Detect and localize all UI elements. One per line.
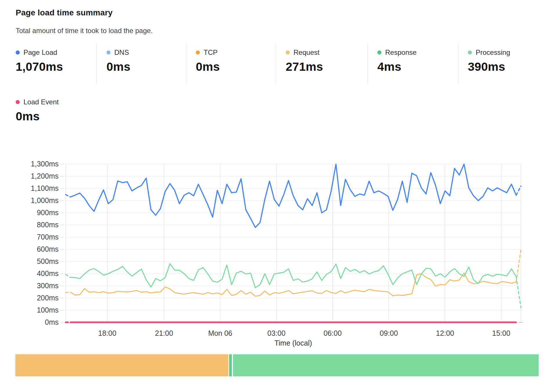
svg-text:600ms: 600ms bbox=[37, 245, 59, 253]
svg-text:800ms: 800ms bbox=[37, 221, 59, 229]
page-load-summary-panel: Page load time summary Total amount of t… bbox=[0, 0, 554, 392]
x-axis-labels: 18:0021:00Mon 0603:0006:0009:0012:0015:0… bbox=[98, 329, 510, 337]
x-axis-title: Time (local) bbox=[274, 339, 312, 347]
y-axis-labels: 0ms100ms200ms300ms400ms500ms600ms700ms80… bbox=[31, 160, 59, 326]
svg-text:06:00: 06:00 bbox=[324, 329, 342, 337]
x-gridlines bbox=[66, 164, 521, 322]
series-page-load-line bbox=[66, 164, 521, 227]
svg-text:1,200ms: 1,200ms bbox=[31, 172, 59, 180]
svg-text:09:00: 09:00 bbox=[380, 329, 398, 337]
bar-segment-response-share bbox=[229, 354, 232, 376]
svg-text:900ms: 900ms bbox=[37, 208, 59, 217]
bar-segment-request-share bbox=[15, 354, 228, 376]
svg-text:200ms: 200ms bbox=[37, 294, 59, 302]
svg-text:1,000ms: 1,000ms bbox=[31, 196, 59, 204]
svg-text:18:00: 18:00 bbox=[98, 329, 117, 337]
svg-text:Mon 06: Mon 06 bbox=[208, 329, 232, 337]
svg-text:21:00: 21:00 bbox=[155, 329, 173, 337]
svg-text:0ms: 0ms bbox=[45, 318, 59, 326]
svg-text:700ms: 700ms bbox=[37, 233, 59, 241]
svg-text:15:00: 15:00 bbox=[492, 329, 510, 337]
series-request-line bbox=[66, 249, 521, 296]
svg-text:300ms: 300ms bbox=[37, 282, 59, 290]
timing-breakdown-bar bbox=[15, 354, 539, 376]
svg-text:100ms: 100ms bbox=[37, 306, 59, 314]
svg-text:03:00: 03:00 bbox=[267, 329, 286, 337]
svg-text:1,300ms: 1,300ms bbox=[31, 160, 59, 168]
svg-text:12:00: 12:00 bbox=[436, 329, 454, 337]
svg-text:500ms: 500ms bbox=[37, 257, 59, 265]
bar-segment-processing-share bbox=[233, 354, 539, 376]
page-load-time-chart[interactable]: 0ms100ms200ms300ms400ms500ms600ms700ms80… bbox=[0, 0, 554, 392]
svg-text:1,100ms: 1,100ms bbox=[31, 184, 59, 192]
svg-text:400ms: 400ms bbox=[37, 269, 59, 277]
